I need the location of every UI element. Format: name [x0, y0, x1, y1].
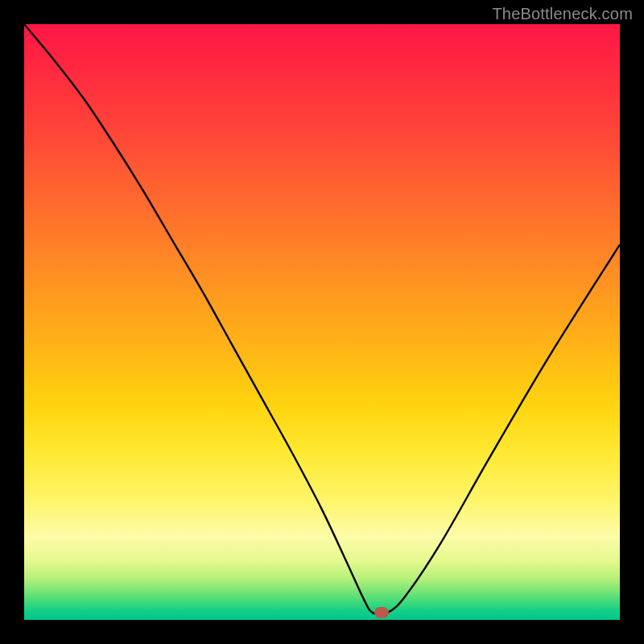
watermark-text: TheBottleneck.com [492, 5, 633, 23]
plot-area [24, 24, 620, 620]
curve-path [24, 24, 620, 614]
chart-frame: TheBottleneck.com [0, 0, 644, 644]
bottleneck-curve [24, 24, 620, 620]
optimum-marker [374, 607, 389, 618]
